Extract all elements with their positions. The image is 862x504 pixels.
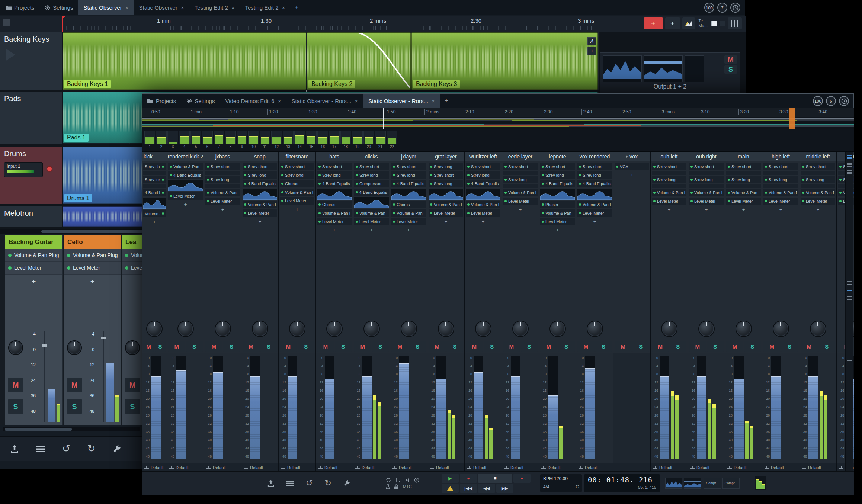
- input-meter[interactable]: 4: [179, 131, 190, 149]
- clock-icon[interactable]: [414, 478, 419, 483]
- mute-button[interactable]: M: [143, 341, 154, 352]
- overview-tracks[interactable]: [142, 117, 854, 129]
- plugin-slot-empty[interactable]: [801, 171, 835, 175]
- mute-button[interactable]: M: [317, 341, 334, 352]
- plugin-slot[interactable]: S:rev long: [801, 176, 835, 183]
- tab-close-icon[interactable]: ×: [278, 98, 281, 104]
- mute-button[interactable]: M: [615, 341, 632, 352]
- audio-clip[interactable]: Backing Keys 3: [411, 32, 598, 90]
- master-mute-button[interactable]: M: [724, 55, 737, 64]
- output-empty-slot[interactable]: [685, 55, 704, 82]
- input-meter[interactable]: 19: [352, 131, 363, 149]
- ruler-corner-icon[interactable]: [3, 19, 10, 26]
- plugin-slot[interactable]: Volume & Pan Plugin: [280, 189, 314, 196]
- compressor-button-2[interactable]: Compr...: [722, 478, 740, 489]
- input-meter[interactable]: 14: [294, 131, 305, 149]
- preset-selector[interactable]: Default: [142, 463, 167, 472]
- menu-icon[interactable]: [36, 444, 45, 453]
- pan-knob[interactable]: [512, 321, 529, 337]
- solo-button[interactable]: S: [155, 341, 166, 352]
- master-thumbnail-2[interactable]: [684, 478, 701, 489]
- plugin-slot[interactable]: S:rev long: [652, 176, 686, 183]
- rack-view-icon[interactable]: [847, 280, 852, 285]
- solo-button[interactable]: S: [125, 399, 140, 414]
- mute-button[interactable]: M: [763, 341, 781, 352]
- add-plugin-button[interactable]: +: [577, 218, 612, 225]
- plugin-panel-icon[interactable]: [847, 288, 852, 292]
- pan-knob[interactable]: [587, 321, 603, 337]
- projects-menu[interactable]: Projects: [142, 94, 181, 108]
- plugin-slot[interactable]: Volume & Pan Plugin: [168, 163, 203, 170]
- plugin-slot[interactable]: S:rev long: [726, 176, 761, 183]
- fast-forward-button[interactable]: ▶▶: [496, 484, 513, 493]
- clock-badge[interactable]: [839, 96, 849, 106]
- mute-button[interactable]: M: [652, 341, 669, 352]
- preset-selector[interactable]: Default: [204, 463, 241, 472]
- new-tab-button[interactable]: +: [290, 0, 303, 15]
- add-plugin-button[interactable]: +: [5, 275, 62, 289]
- plugin-slot[interactable]: Volume & Pan Plugin: [143, 210, 166, 217]
- add-plugin-button[interactable]: +: [503, 206, 538, 213]
- export-icon[interactable]: [267, 479, 275, 487]
- preset-selector[interactable]: [613, 463, 650, 472]
- input-meter[interactable]: 16: [317, 131, 328, 149]
- plugin-slot[interactable]: Volume & Pan Plugin: [801, 189, 835, 196]
- pan-knob[interactable]: [736, 321, 752, 337]
- plugin-eq-display[interactable]: [429, 189, 463, 200]
- track-header[interactable]: Backing Keys: [0, 32, 62, 90]
- go-to-end-icon[interactable]: [405, 478, 410, 482]
- fader-handle[interactable]: [42, 344, 47, 347]
- input-meter[interactable]: 12: [271, 131, 282, 149]
- channel-name[interactable]: jxbass: [204, 152, 241, 161]
- tab-close-icon[interactable]: ×: [125, 4, 129, 11]
- wrench-icon[interactable]: [343, 480, 350, 487]
- solo-button[interactable]: S: [8, 399, 23, 414]
- plugin-slot[interactable]: Volume & Pan Plugin: [243, 201, 277, 208]
- solo-button[interactable]: S: [446, 341, 464, 352]
- edit-tab[interactable]: Static Observer - Rors...×: [363, 94, 440, 108]
- input-selector[interactable]: Input 1: [4, 162, 43, 177]
- plugin-slot[interactable]: S:rev short: [689, 163, 724, 170]
- input-meter[interactable]: 7: [214, 131, 224, 149]
- plugin-eq-display[interactable]: [317, 189, 352, 200]
- plugin-slot[interactable]: 4-Band Equaliser: [391, 180, 426, 187]
- plugin-slot[interactable]: Volume & Pan Plugin: [429, 201, 463, 208]
- plugin-slot[interactable]: S:rev short: [354, 163, 389, 170]
- expander-icon[interactable]: ▸: [626, 154, 628, 159]
- edit-tab[interactable]: Testing Edit 2×: [240, 0, 291, 15]
- plugin-slot[interactable]: Level Meter: [64, 262, 121, 275]
- channel-name[interactable]: grat layer: [427, 152, 464, 161]
- track-header[interactable]: DrumsInput 1: [0, 147, 62, 204]
- plugin-slot[interactable]: Volume & Pan Plugin: [466, 201, 500, 208]
- plugin-eq-display[interactable]: [466, 189, 500, 200]
- plugin-slot[interactable]: 4-Band Equaliser: [168, 171, 203, 179]
- plugin-slot[interactable]: S:rev short: [205, 163, 240, 170]
- plugin-slot-empty[interactable]: [652, 171, 686, 175]
- plugin-slot[interactable]: Volume & Pan Plugin: [317, 209, 352, 217]
- input-meter[interactable]: 22: [387, 131, 397, 149]
- pan-knob[interactable]: [289, 321, 305, 337]
- plugin-slot[interactable]: S:rev long: [466, 171, 500, 179]
- plugin-slot[interactable]: Volume & Pan Plugin: [577, 201, 612, 208]
- output-level-thumbnail[interactable]: [644, 55, 683, 82]
- rewind-button[interactable]: ◀◀: [478, 484, 495, 493]
- input-meter[interactable]: 20: [363, 131, 374, 149]
- plugin-slot-empty[interactable]: [689, 184, 724, 188]
- channel-name[interactable]: wurlitzer left: [465, 152, 502, 161]
- channel-name[interactable]: clicks: [353, 152, 390, 161]
- tab-close-icon[interactable]: ×: [282, 4, 285, 11]
- plugin-slot[interactable]: S:rev short: [243, 163, 277, 170]
- strip-name[interactable]: Cello: [64, 235, 121, 249]
- page-view-icon[interactable]: [711, 21, 717, 26]
- mute-button[interactable]: M: [168, 341, 185, 352]
- plugin-slot[interactable]: S:rev long: [143, 176, 166, 183]
- plugin-slot[interactable]: S:rev short: [652, 163, 686, 170]
- plugin-slot[interactable]: S:rev short: [801, 163, 835, 170]
- input-meter[interactable]: 2: [156, 131, 167, 149]
- plugin-slot-empty[interactable]: [801, 184, 835, 188]
- plugin-slot[interactable]: Level Meter: [801, 198, 835, 205]
- meter-bridge-icon[interactable]: [847, 155, 852, 159]
- channel-name[interactable]: snap: [241, 152, 278, 161]
- redo-icon[interactable]: ↻: [87, 443, 96, 455]
- plugin-slot[interactable]: S:rev short: [726, 163, 761, 170]
